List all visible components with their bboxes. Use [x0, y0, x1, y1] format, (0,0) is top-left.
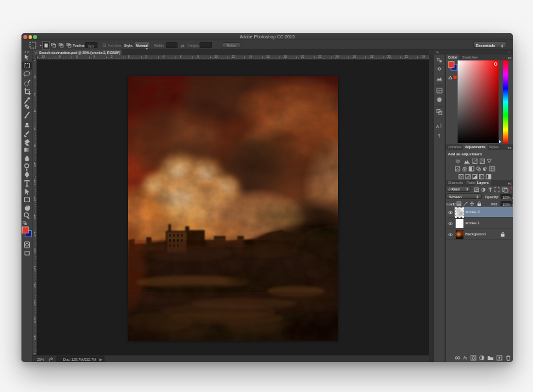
svg-text:fx: fx	[463, 356, 467, 360]
svg-text:A: A	[436, 124, 439, 129]
svg-text:¶: ¶	[438, 133, 441, 138]
